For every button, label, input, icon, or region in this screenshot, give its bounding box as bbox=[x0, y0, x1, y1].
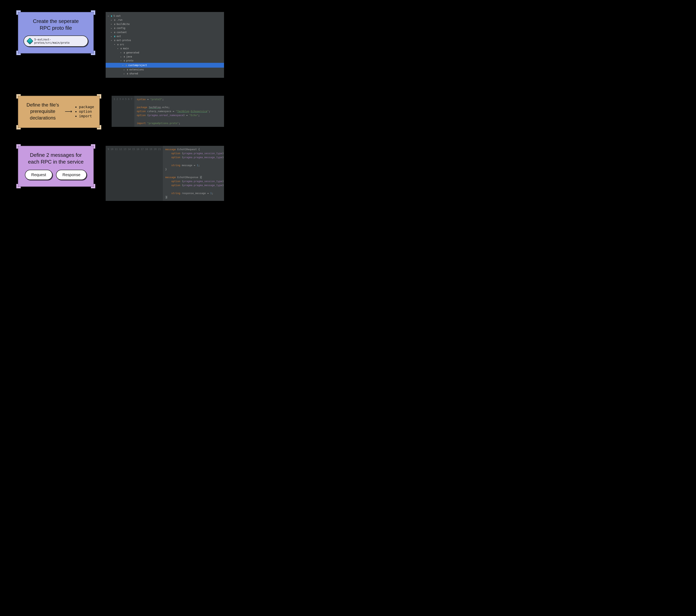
tree-label: 5-ext bbox=[113, 14, 121, 18]
step-card-create-proto: Create the seperate RPC proto file 5-ext… bbox=[18, 12, 94, 53]
tree-item-ext[interactable]: ▸▮ext bbox=[107, 34, 223, 38]
step-card-messages: Define 2 messages for each RPC in the se… bbox=[18, 146, 94, 187]
folder-icon: ▮ bbox=[123, 55, 125, 59]
chevron-right-icon[interactable]: ▸ bbox=[121, 55, 122, 59]
tree-item-generated[interactable]: ▸▮generated bbox=[107, 51, 223, 55]
card3-title: Define 2 messages for each RPC in the se… bbox=[23, 152, 88, 165]
tree-label: config bbox=[116, 26, 125, 30]
tree-label: .run bbox=[116, 18, 122, 22]
folder-icon: ▮ bbox=[127, 72, 128, 76]
chevron-right-icon[interactable]: ▸ bbox=[111, 27, 113, 30]
tree-label: main bbox=[123, 46, 129, 50]
tree-item-java[interactable]: ▸▮java bbox=[107, 55, 223, 59]
folder-icon: ▮ bbox=[123, 59, 125, 63]
chevron-right-icon[interactable]: ▸ bbox=[124, 72, 126, 75]
chevron-down-icon[interactable]: ▾ bbox=[121, 59, 122, 62]
folder-icon: ▮ bbox=[114, 18, 115, 22]
folder-icon: ▮ bbox=[114, 22, 115, 26]
folder-icon: ▮ bbox=[114, 34, 115, 38]
bullet-import: import bbox=[79, 114, 94, 118]
proto-path-pill: 5-ext/ext-protos/src/main/proto bbox=[23, 35, 88, 47]
arrow-right-icon: ⟶ bbox=[65, 108, 72, 114]
chevron-right-icon[interactable]: ▸ bbox=[111, 31, 113, 34]
tree-label: ext-protos bbox=[116, 38, 131, 42]
tree-item-customproject[interactable]: ▸▮customproject bbox=[106, 63, 224, 67]
chevron-down-icon[interactable]: ▾ bbox=[111, 39, 113, 42]
tree-item-extensions[interactable]: ▸▮extensions bbox=[107, 67, 223, 72]
tree-item-buildkite[interactable]: ▸▮buildkite bbox=[107, 22, 223, 26]
code1-body[interactable]: syntax = "proto3"; package techblog.echo… bbox=[135, 96, 224, 127]
tree-label: proto bbox=[126, 59, 133, 63]
folder-icon: ▮ bbox=[114, 30, 115, 34]
tree-item-src[interactable]: ▾▮src bbox=[107, 43, 223, 46]
tree-item-5-ext[interactable]: ▾▮5-ext bbox=[107, 14, 223, 18]
card2-title: Define the file's prerequisite declarati… bbox=[23, 102, 62, 121]
tree-label: shared bbox=[129, 72, 138, 76]
chevron-right-icon[interactable]: ▸ bbox=[111, 18, 113, 22]
tree-label: buildkite bbox=[116, 22, 129, 26]
chevron-right-icon[interactable]: ▸ bbox=[111, 22, 113, 26]
code-panel-declarations: 1 2 3 4 5 6 7 syntax = "proto3"; package… bbox=[112, 96, 224, 127]
file-tree-panel: ▾▮5-ext▸▮.run▸▮buildkite▸▮config▸▮conten… bbox=[106, 12, 224, 78]
folder-icon: ▮ bbox=[120, 46, 122, 50]
chevron-right-icon[interactable]: ▸ bbox=[122, 63, 124, 67]
tree-item-content[interactable]: ▸▮content bbox=[107, 30, 223, 34]
tree-label: generated bbox=[126, 51, 139, 55]
card1-title: Create the seperate RPC proto file bbox=[23, 18, 88, 32]
tree-label: java bbox=[126, 55, 132, 59]
bullet-option: option bbox=[79, 109, 94, 113]
declaration-bullets: packageoptionimport bbox=[75, 104, 94, 119]
chevron-down-icon[interactable]: ▾ bbox=[114, 43, 116, 46]
code2-gutter: 9 10 11 12 13 14 15 16 17 18 19 20 21 bbox=[106, 146, 163, 201]
step-card-declarations: Define the file's prerequisite declarati… bbox=[18, 96, 100, 128]
bullet-package: package bbox=[79, 105, 94, 109]
tree-item--run[interactable]: ▸▮.run bbox=[107, 18, 223, 22]
tree-label: ext bbox=[116, 34, 121, 38]
tree-label: content bbox=[116, 30, 127, 34]
code2-body[interactable]: message EchoV1Request { option (pragma.p… bbox=[163, 146, 224, 201]
folder-icon: ▮ bbox=[125, 63, 127, 67]
chevron-right-icon[interactable]: ▸ bbox=[121, 51, 122, 54]
request-pill: Request bbox=[25, 170, 53, 180]
tree-label: customproject bbox=[128, 63, 147, 67]
tree-label: extensions bbox=[129, 67, 144, 72]
tree-label: src bbox=[120, 43, 124, 46]
code1-gutter: 1 2 3 4 5 6 7 bbox=[112, 96, 135, 127]
chevron-right-icon[interactable]: ▸ bbox=[111, 35, 113, 38]
folder-icon: ▮ bbox=[114, 26, 115, 30]
tree-item-shared[interactable]: ▸▮shared bbox=[107, 72, 223, 76]
chevron-down-icon[interactable]: ▾ bbox=[117, 47, 119, 50]
chevron-right-icon[interactable]: ▸ bbox=[124, 68, 126, 72]
tree-item-config[interactable]: ▸▮config bbox=[107, 26, 223, 30]
code-panel-messages: 9 10 11 12 13 14 15 16 17 18 19 20 21 me… bbox=[106, 146, 224, 201]
tree-item-ext-protos[interactable]: ▾▮ext-protos bbox=[107, 38, 223, 42]
folder-icon: ▮ bbox=[111, 14, 112, 18]
folder-icon: ▮ bbox=[127, 67, 128, 72]
gem-icon bbox=[27, 38, 33, 45]
tree-item-proto[interactable]: ▾▮proto bbox=[107, 59, 223, 63]
file-tree[interactable]: ▾▮5-ext▸▮.run▸▮buildkite▸▮config▸▮conten… bbox=[106, 12, 224, 78]
proto-path-text: 5-ext/ext-protos/src/main/proto bbox=[34, 38, 84, 44]
folder-icon: ▮ bbox=[114, 38, 115, 42]
folder-icon: ▮ bbox=[117, 43, 119, 46]
chevron-down-icon[interactable]: ▾ bbox=[108, 14, 110, 18]
tree-item-main[interactable]: ▾▮main bbox=[107, 46, 223, 50]
folder-icon: ▮ bbox=[123, 51, 125, 55]
response-pill: Response bbox=[56, 170, 87, 180]
